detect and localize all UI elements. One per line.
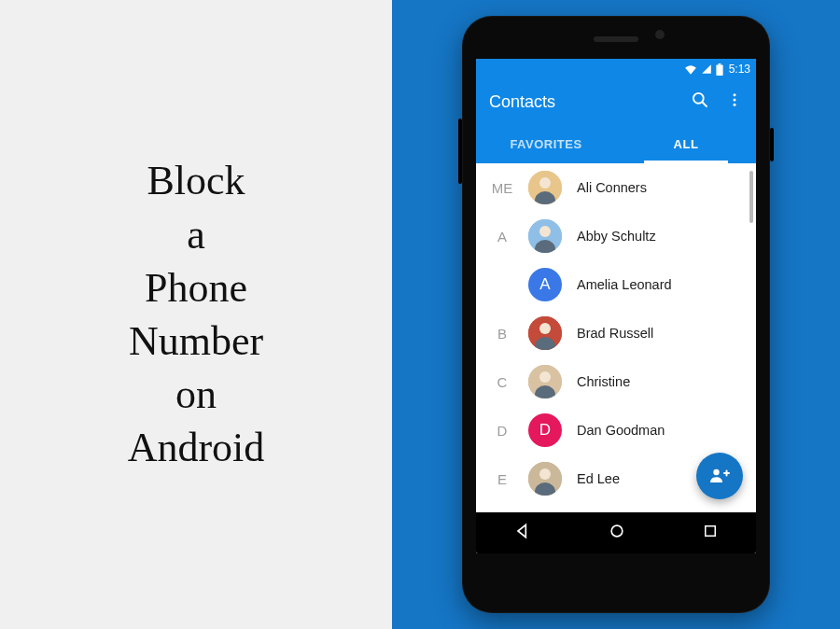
avatar: A (528, 268, 562, 301)
contact-name: Abby Schultz (577, 229, 656, 244)
contact-name: Brad Russell (577, 326, 653, 341)
contact-name: Amelia Leonard (577, 277, 672, 292)
signal-icon (701, 63, 712, 75)
tabs: FAVORITES ALL (476, 124, 756, 163)
recent-icon[interactable] (702, 523, 719, 543)
section-letter: D (476, 423, 528, 439)
back-icon[interactable] (513, 522, 532, 544)
svg-rect-1 (716, 64, 722, 76)
phone-speaker (594, 36, 638, 42)
left-panel: Block a Phone Number on Android (0, 0, 392, 629)
svg-point-6 (734, 104, 736, 106)
svg-point-20 (539, 468, 551, 480)
section-letter: B (476, 326, 528, 342)
more-icon[interactable] (726, 91, 743, 113)
headline-line: Number (128, 314, 265, 368)
avatar (528, 171, 562, 204)
contact-row[interactable]: AAmelia Leonard (476, 260, 756, 309)
headline-line: Android (128, 421, 265, 474)
svg-point-2 (693, 93, 704, 104)
headline-line: Block (128, 154, 265, 207)
contact-row[interactable]: MEAli Conners (476, 163, 756, 212)
headline-line: Phone (128, 261, 265, 314)
search-icon[interactable] (691, 91, 709, 113)
app-bar: Contacts FAVORITES AL (476, 79, 756, 163)
contact-name: Christine (577, 374, 630, 389)
nav-bar (476, 512, 756, 553)
scrollbar[interactable] (749, 171, 753, 223)
svg-rect-24 (726, 470, 728, 477)
avatar (528, 365, 562, 398)
add-contact-fab[interactable] (696, 453, 743, 499)
avatar (528, 462, 562, 496)
right-panel: 5:13 Contacts (392, 0, 840, 629)
svg-point-14 (539, 323, 551, 334)
svg-line-3 (703, 103, 707, 107)
app-title: Contacts (489, 92, 691, 112)
svg-point-11 (539, 226, 551, 237)
section-letter: E (476, 471, 528, 487)
contact-name: Dan Goodman (577, 423, 665, 438)
phone-frame: 5:13 Contacts (462, 16, 770, 613)
avatar (528, 316, 562, 350)
svg-point-8 (539, 177, 551, 189)
status-bar: 5:13 (476, 59, 756, 79)
section-letter: C (476, 374, 528, 390)
status-time: 5:13 (729, 63, 750, 76)
tab-favorites[interactable]: FAVORITES (476, 124, 616, 163)
tab-all[interactable]: ALL (616, 124, 756, 163)
svg-point-25 (611, 525, 623, 537)
svg-rect-26 (705, 526, 715, 537)
contact-name: Ali Conners (577, 180, 647, 195)
contact-name: Ed Lee (577, 471, 620, 486)
headline: Block a Phone Number on Android (128, 154, 265, 474)
contact-row[interactable]: AAbby Schultz (476, 212, 756, 260)
headline-line: a (128, 208, 265, 261)
headline-line: on (128, 368, 265, 421)
svg-rect-0 (718, 63, 721, 64)
svg-point-4 (734, 93, 736, 96)
section-letter: A (476, 229, 528, 245)
svg-point-22 (713, 469, 719, 475)
svg-point-17 (539, 371, 551, 383)
wifi-icon (684, 63, 697, 75)
section-letter: ME (476, 180, 528, 196)
tab-label: ALL (674, 137, 699, 151)
home-icon[interactable] (608, 522, 626, 544)
battery-icon (716, 63, 723, 76)
svg-point-5 (734, 99, 736, 102)
contact-row[interactable]: DDDan Goodman (476, 406, 756, 454)
avatar (528, 219, 562, 253)
contact-row[interactable]: CChristine (476, 357, 756, 406)
phone-camera (655, 30, 665, 39)
contact-row[interactable]: BBrad Russell (476, 309, 756, 357)
tab-label: FAVORITES (510, 137, 581, 151)
phone-screen: 5:13 Contacts (476, 59, 756, 553)
avatar: D (528, 413, 562, 447)
